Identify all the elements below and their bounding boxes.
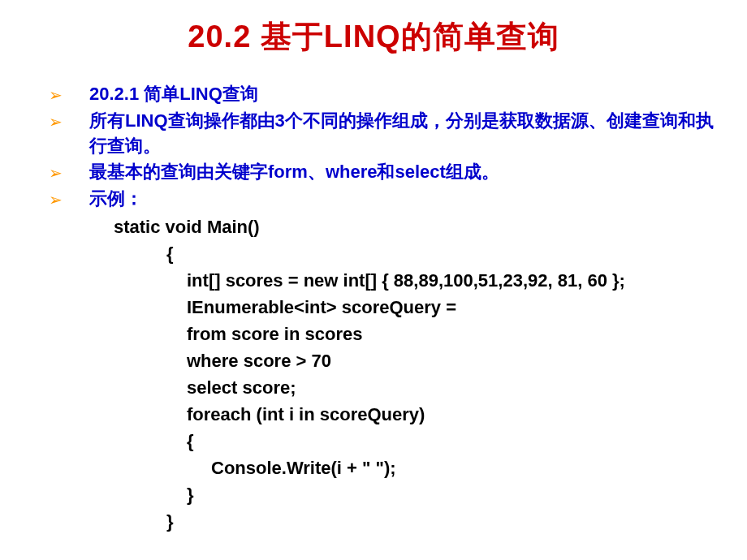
bullet-list: ➢ 20.2.1 简单LINQ查询 ➢ 所有LINQ查询操作都由3个不同的操作组… bbox=[32, 82, 715, 212]
code-line: foreach (int i in scoreQuery) bbox=[114, 401, 715, 428]
bullet-text: 示例： bbox=[89, 188, 143, 209]
code-line: } bbox=[114, 508, 715, 535]
code-line: where score > 70 bbox=[114, 347, 715, 374]
bullet-text: 20.2.1 简单LINQ查询 bbox=[89, 84, 258, 104]
code-line: IEnumerable<int> scoreQuery = bbox=[114, 294, 715, 321]
code-line: { bbox=[114, 428, 715, 454]
code-line: static void Main() bbox=[114, 213, 715, 240]
arrow-bullet-icon: ➢ bbox=[49, 162, 63, 184]
code-example: static void Main() { int[] scores = new … bbox=[32, 213, 715, 535]
code-line: from score in scores bbox=[114, 321, 715, 347]
bullet-text: 最基本的查询由关键字form、where和select组成。 bbox=[89, 162, 499, 182]
bullet-item: ➢ 20.2.1 简单LINQ查询 bbox=[32, 82, 715, 107]
slide-title: 20.2 基于LINQ的简单查询 bbox=[32, 16, 715, 58]
bullet-text: 所有LINQ查询操作都由3个不同的操作组成，分别是获取数据源、创建查询和执行查询… bbox=[89, 110, 714, 156]
code-line: int[] scores = new int[] { 88,89,100,51,… bbox=[114, 267, 715, 294]
bullet-item: ➢ 示例： bbox=[32, 187, 715, 212]
bullet-item: ➢ 所有LINQ查询操作都由3个不同的操作组成，分别是获取数据源、创建查询和执行… bbox=[32, 109, 715, 159]
bullet-item: ➢ 最基本的查询由关键字form、where和select组成。 bbox=[32, 160, 715, 185]
code-line: select score; bbox=[114, 374, 715, 401]
arrow-bullet-icon: ➢ bbox=[49, 84, 63, 106]
arrow-bullet-icon: ➢ bbox=[49, 110, 63, 133]
code-line: { bbox=[114, 240, 715, 267]
code-line: Console.Write(i + " "); bbox=[114, 454, 715, 481]
arrow-bullet-icon: ➢ bbox=[49, 188, 63, 211]
code-line: } bbox=[114, 481, 715, 508]
